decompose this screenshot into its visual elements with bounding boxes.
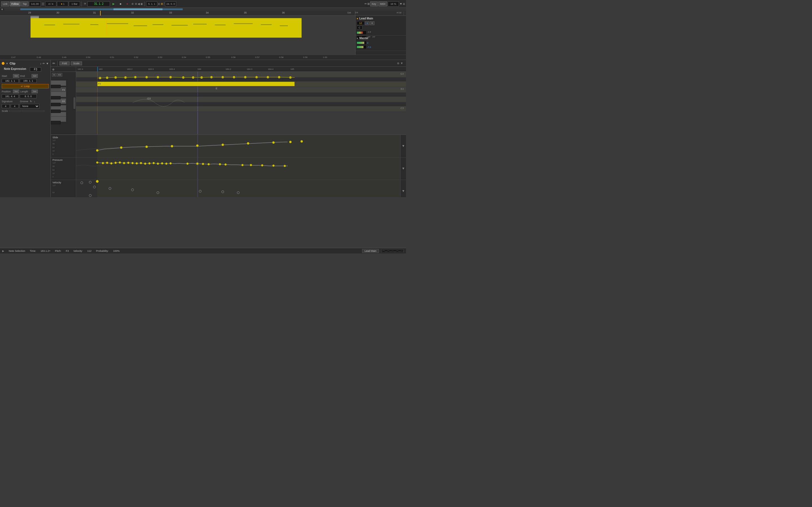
svg-rect-10 [261,24,271,25]
end-set-btn[interactable]: Set [32,74,38,78]
quantize-label: Set [347,11,351,14]
master-vol1[interactable]: 0 [367,42,368,44]
arrangement-scrub[interactable]: ▼ [0,8,406,11]
arr-handle[interactable]: ⋮ [402,11,405,15]
scrub-viewport[interactable] [114,8,162,10]
zoom-in-icon[interactable]: ⊕ [397,62,399,65]
position-value[interactable]: 181. 4. 4 [2,94,18,98]
position-display[interactable]: 31. 1. 2 [87,1,110,6]
ruler-mark-1833: 183.3 [148,68,154,70]
clip-toolbar-right: ⊕ ▼ [397,62,404,65]
scale-mode-value[interactable] [22,110,44,112]
loop-length-display[interactable]: 1 Bar [69,1,80,6]
meter-right-display[interactable]: 24. 0. 0 [165,1,176,6]
velocity-content[interactable] [76,180,400,198]
status-probability-label: Probability: [96,249,109,252]
note-ruler-marks: 182.4 183 183.2 183.3 183.4 184 184.2 18… [76,67,406,71]
svg-point-39 [272,142,274,144]
tc-058: 0:58 [279,56,284,59]
clip-pen-icon[interactable]: ✏ [43,62,45,65]
position-set-btn[interactable]: Set [13,90,19,93]
master-vol2[interactable]: -7.0 [367,46,371,48]
loop-start-marker [31,16,39,18]
pressure-curve [76,158,400,180]
velocity-collapse-btn[interactable]: ▼ [402,189,405,193]
arr-nav-h[interactable]: H [397,11,399,14]
loop-button[interactable]: ↩ Loop [2,84,49,89]
midi-note-f3-main[interactable]: F3 [97,82,295,86]
key-button[interactable]: Key [370,1,378,6]
piano-black-key-3[interactable] [51,103,61,106]
arr-nav-w[interactable]: W [399,11,402,14]
follow-button[interactable]: Follow [10,1,20,6]
scale-root-value[interactable] [9,110,20,112]
piano-f3-label: F3 [62,89,66,91]
note-editing-area[interactable]: G3 E3 E -D3 C3 F3 [76,72,406,134]
right-toolbar: ✏ ⊞ Key MIDI 16 % ▼ ≡ [364,1,405,6]
svg-rect-3 [107,23,128,24]
length-value[interactable]: 8. 0. 0 [20,94,37,98]
ruler-mark-30: 30 [56,11,59,14]
tc-047: 0:47 [11,56,16,59]
tap-button[interactable]: Tap [21,1,29,6]
tempo-display[interactable]: 141.00 [29,1,41,6]
note-expression-value[interactable]: F3 [30,67,41,71]
fold-button[interactable]: Fold [59,61,70,65]
status-mini-waveform [381,249,404,252]
groove-commit-icon[interactable]: ↓ [34,100,35,103]
tc-049: 0:49 [62,56,66,59]
scale-button[interactable]: Scale [71,61,82,65]
start-value[interactable]: 182. 1. 1 [2,79,18,83]
piano-btn-a[interactable]: A [52,73,56,76]
sig-denominator[interactable]: 4 [11,104,18,108]
link-button[interactable]: Link [1,1,9,6]
midi-button[interactable]: MIDI [378,1,387,6]
clip-pencil-icon[interactable]: ✏ [52,61,55,65]
start-set-btn[interactable]: Set [13,74,19,78]
expand-icon[interactable]: ▼ [400,62,403,65]
svg-point-70 [284,165,286,167]
record-button[interactable]: ● [124,1,130,6]
track-pan[interactable]: C [357,25,362,30]
tc-051: 0:51 [110,56,114,59]
zoom-display[interactable]: 16 % [388,1,399,6]
arrangement-view: ▼ 29 30 31 32 33 34 35 36 Set 1/8 H W ⋮ [0,8,406,60]
track-solo[interactable]: S [365,21,369,25]
end-value[interactable]: 190. 1. 1 [20,79,37,83]
play-button[interactable]: ▶ [110,1,117,6]
status-play-btn[interactable]: ▶ [2,249,4,252]
quantize-display[interactable]: ● 1 [57,1,68,6]
track-record[interactable]: R [370,21,374,25]
groove-select[interactable]: None [20,104,40,108]
clip-chevron-icon[interactable]: ▼ [46,62,49,65]
sig-numerator[interactable]: 4 [2,104,10,108]
stop-button[interactable]: ■ [117,1,123,6]
groove-refresh-icon[interactable]: ↻ [30,100,32,103]
slide-content[interactable] [76,135,400,157]
time-sig-display[interactable]: 4 / 4 [45,1,56,6]
meter-left-display[interactable]: 5. 1. 1 [146,1,157,6]
pressure-collapse-btn[interactable]: ▼ [402,166,405,170]
arrangement-ruler: 29 30 31 32 33 34 35 36 Set 1/8 H W ⋮ [0,11,406,16]
clip-note-icon[interactable]: ♪ [40,62,42,65]
arrangement-clip[interactable] [31,18,302,38]
svg-point-69 [273,165,274,166]
target-icon[interactable]: ⊕ [51,67,56,71]
piano-black-key-4[interactable] [51,110,61,113]
tc-054: 0:54 [182,56,186,59]
piano-black-key-1[interactable] [51,85,61,88]
ruler-mark-1834: 183.4 [169,68,175,70]
svg-point-41 [301,140,303,143]
length-set-btn[interactable]: Set [32,90,38,93]
piano-black-key-5[interactable] [51,121,61,124]
piano-black-key-2[interactable] [51,96,61,100]
piano-btn-a3[interactable]: A3 [57,73,62,76]
svg-point-72 [81,182,83,184]
slide-collapse-btn[interactable]: ▼ [402,144,405,148]
svg-point-48 [123,162,125,164]
arrangement-timecodes: 0:47 0:48 0:49 0:50 0:51 0:52 0:53 0:54 … [0,55,406,60]
clip-main-area: ✏ Fold Scale ⊕ ▼ ⊕ 182.4 183 183.2 183 [51,60,406,197]
pressure-content[interactable] [76,158,400,180]
svg-point-59 [170,162,172,164]
track-volume[interactable]: 12 [357,21,364,25]
